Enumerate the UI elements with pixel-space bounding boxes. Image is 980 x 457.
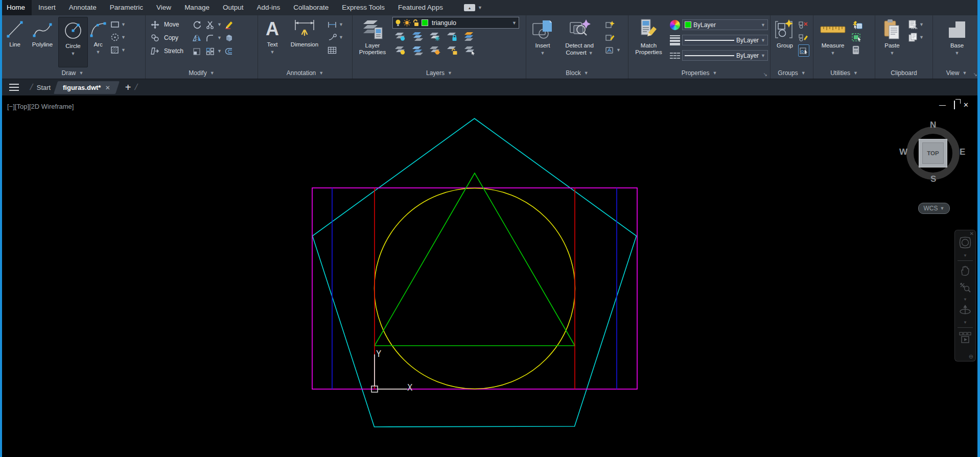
rectangle[interactable] [312, 188, 637, 389]
rectangle-tool-button[interactable]: ▼ [110, 19, 126, 30]
layer-properties-button[interactable]: Layer Properties [356, 17, 389, 67]
restore-icon[interactable] [954, 102, 955, 108]
pentagon[interactable] [313, 118, 637, 427]
group-edit-button[interactable] [798, 32, 809, 43]
menu-tab-view[interactable]: View [150, 0, 178, 15]
array-button[interactable] [204, 47, 216, 55]
viewcube-north[interactable]: N [930, 120, 936, 130]
menu-tab-parametric[interactable]: Parametric [103, 0, 150, 15]
tab-figuras-dwt[interactable]: figuras.dwt* ✕ [54, 81, 120, 94]
rotate-button[interactable] [191, 20, 203, 29]
menu-tab-express-tools[interactable]: Express Tools [335, 0, 391, 15]
measure-button[interactable]: Measure ▼ [816, 17, 849, 67]
ellipse-tool-button[interactable]: ▼ [110, 32, 126, 43]
panel-title-layers[interactable]: Layers ▼ [353, 67, 526, 79]
define-attributes-button[interactable]: ▼ [605, 44, 621, 56]
copy-button[interactable] [149, 34, 161, 42]
triangle[interactable] [375, 173, 575, 346]
new-tab-button[interactable]: + [125, 82, 131, 93]
panel-launcher-icon[interactable]: ↘ [763, 71, 767, 77]
viewport-controls-label[interactable]: [−][Top][2D Wireframe] [7, 103, 74, 110]
layer-unisolate-button[interactable] [410, 44, 425, 56]
layer-match-button[interactable] [462, 44, 477, 56]
drawing-canvas[interactable]: YX [−][Top][2D Wireframe] — ✕ N S W E TO… [0, 95, 980, 457]
menu-tab-annotate[interactable]: Annotate [62, 0, 103, 15]
viewcube-south[interactable]: S [930, 174, 936, 184]
cut-button[interactable]: ▼ [908, 19, 924, 30]
panel-launcher-icon[interactable]: ↘ [973, 71, 977, 77]
menu-tab-manage[interactable]: Manage [178, 0, 216, 15]
panel-title-modify[interactable]: Modify ▼ [146, 67, 258, 79]
linetype-dropdown[interactable]: ByLayer ▼ [682, 50, 768, 61]
insert-button[interactable]: Insert ▼ [529, 17, 556, 67]
menu-tab-insert[interactable]: Insert [32, 0, 62, 15]
paste-button[interactable]: Paste ▼ [878, 17, 906, 67]
fillet-button[interactable] [204, 34, 216, 42]
match-properties-button[interactable]: Match Properties [632, 17, 666, 67]
viewcube-east[interactable]: E [960, 147, 965, 157]
quick-calc-button[interactable] [851, 44, 862, 56]
edit-block-button[interactable] [605, 32, 621, 43]
menu-tab-addins[interactable]: Add-ins [250, 0, 287, 15]
navigation-wheel-icon[interactable] [959, 236, 972, 251]
close-icon[interactable]: ✕ [106, 84, 111, 91]
layer-states-button[interactable] [462, 30, 477, 42]
offset-button[interactable] [223, 47, 235, 55]
panel-title-groups[interactable]: Groups ▼ [771, 67, 813, 79]
close-icon[interactable]: ✕ [963, 102, 969, 108]
table-button[interactable] [328, 44, 343, 56]
id-point-button[interactable] [851, 32, 862, 43]
linear-dimension-button[interactable]: ▼ [328, 19, 343, 30]
panel-title-clipboard[interactable]: Clipboard [875, 67, 932, 79]
line-button[interactable]: Line [3, 17, 27, 67]
layer-thaw-button[interactable] [427, 44, 442, 56]
group-selectable-toggle[interactable] [798, 44, 809, 57]
navbar-collapse-icon[interactable]: ⊖ [969, 353, 973, 360]
detect-convert-button[interactable]: Detect and Convert▼ [556, 17, 603, 67]
menu-tab-collaborate[interactable]: Collaborate [287, 0, 335, 15]
zoom-extents-icon[interactable] [959, 282, 971, 295]
dimension-button[interactable]: Dimension [284, 17, 325, 67]
arc-button[interactable]: Arc ▼ [88, 17, 108, 67]
circle-button[interactable]: Circle ▼ [58, 17, 88, 67]
ungroup-button[interactable] [798, 19, 809, 30]
panel-title-block[interactable]: Block ▼ [526, 67, 628, 79]
pan-hand-icon[interactable] [959, 264, 971, 279]
viewcube-top-face[interactable]: TOP [919, 139, 947, 167]
inscribed-circle[interactable] [375, 188, 575, 389]
panel-title-draw[interactable]: Draw ▼ [0, 67, 145, 79]
polyline-button[interactable]: Polyline [27, 17, 58, 67]
hamburger-menu-icon[interactable] [9, 84, 19, 91]
leader-button[interactable]: ▼ [328, 32, 343, 43]
group-button[interactable]: Group [774, 17, 796, 67]
hatch-tool-button[interactable]: ▼ [110, 44, 126, 56]
chevron-down-icon[interactable]: ▼ [963, 320, 967, 325]
copy-clip-button[interactable]: ▼ [908, 32, 924, 43]
layer-lock-button[interactable] [445, 30, 460, 42]
menu-tab-output[interactable]: Output [216, 0, 250, 15]
layer-dropdown[interactable]: triangulo ▼ [392, 17, 519, 29]
stretch-button[interactable] [149, 47, 161, 55]
layer-off-button[interactable] [392, 30, 408, 42]
minimize-icon[interactable]: — [939, 102, 946, 108]
tab-start[interactable]: Start [37, 84, 51, 91]
panel-title-annotation[interactable]: Annotation ▼ [258, 67, 352, 79]
viewcube-west[interactable]: W [899, 147, 907, 157]
menu-tab-home[interactable]: Home [0, 0, 32, 15]
layer-on-button[interactable] [392, 44, 408, 56]
showmotion-icon[interactable] [959, 331, 972, 347]
ribbon-display-toggle[interactable]: ▴ ▼ [464, 4, 482, 11]
orbit-icon[interactable] [959, 304, 972, 318]
chevron-down-icon[interactable]: ▼ [963, 253, 967, 258]
base-button[interactable]: Base ▼ [943, 17, 971, 67]
menu-tab-featured-apps[interactable]: Featured Apps [391, 0, 450, 15]
panel-title-properties[interactable]: Properties ▼ ↘ [628, 67, 770, 79]
explode-button[interactable] [223, 34, 235, 42]
trim-button[interactable] [204, 20, 216, 29]
wcs-dropdown[interactable]: WCS ▼ [918, 203, 950, 214]
text-button[interactable]: A Text ▼ [261, 17, 284, 67]
layer-isolate-button[interactable] [410, 30, 425, 42]
object-color-dropdown[interactable]: ByLayer ▼ [682, 19, 768, 30]
panel-title-view[interactable]: View ▼ ↘ [933, 67, 980, 79]
layer-unlock-button[interactable] [445, 44, 460, 56]
